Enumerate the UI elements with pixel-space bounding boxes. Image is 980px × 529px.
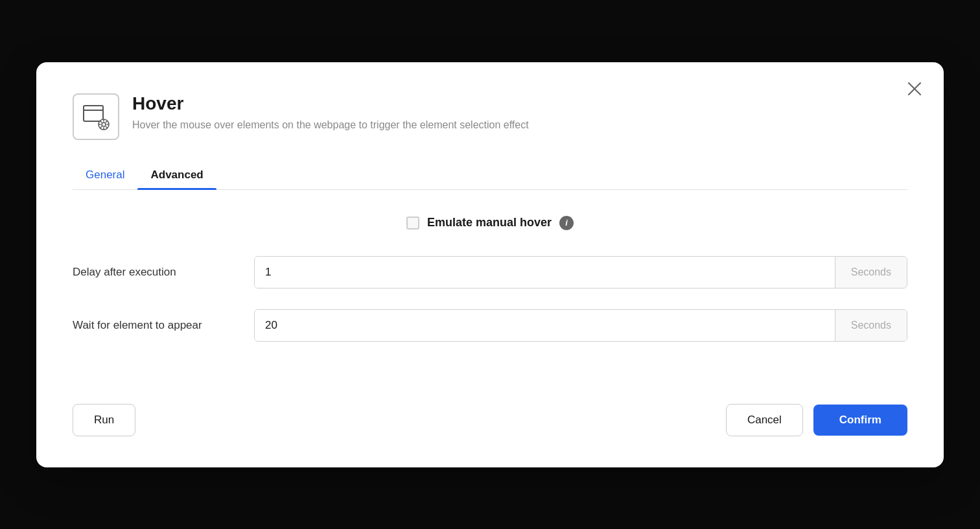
svg-line-10 [100, 121, 101, 122]
emulate-hover-checkbox[interactable] [406, 217, 419, 229]
delay-input[interactable] [255, 257, 835, 288]
cancel-button[interactable]: Cancel [726, 404, 803, 436]
delay-input-group: Seconds [254, 256, 907, 288]
svg-rect-2 [84, 106, 103, 121]
dialog-title: Hover [132, 93, 907, 114]
svg-line-13 [100, 126, 101, 127]
close-button[interactable] [904, 78, 926, 100]
tab-general[interactable]: General [73, 161, 137, 189]
confirm-button[interactable]: Confirm [813, 405, 907, 436]
tab-advanced[interactable]: Advanced [137, 161, 216, 189]
dialog-footer: Run Cancel Confirm [73, 394, 907, 436]
run-button[interactable]: Run [73, 404, 135, 436]
footer-right: Cancel Confirm [726, 404, 907, 436]
wait-input[interactable] [255, 310, 835, 341]
delay-row: Delay after execution Seconds [73, 256, 907, 288]
delay-unit: Seconds [835, 257, 907, 288]
emulate-hover-checkbox-wrapper: Emulate manual hover [406, 216, 552, 229]
wait-input-group: Seconds [254, 309, 907, 342]
emulate-hover-row: Emulate manual hover i [73, 216, 907, 230]
wait-unit: Seconds [835, 310, 907, 341]
dialog-overlay: Hover Hover the mouse over elements on t… [0, 0, 980, 529]
delay-label: Delay after execution [73, 266, 254, 279]
advanced-content: Emulate manual hover i Delay after execu… [73, 216, 907, 383]
info-icon[interactable]: i [559, 216, 574, 230]
dialog-header: Hover Hover the mouse over elements on t… [73, 93, 907, 140]
wait-row: Wait for element to appear Seconds [73, 309, 907, 342]
svg-line-11 [106, 126, 107, 127]
dialog: Hover Hover the mouse over elements on t… [36, 62, 944, 467]
dialog-subtitle: Hover the mouse over elements on the web… [132, 118, 907, 132]
title-area: Hover Hover the mouse over elements on t… [132, 93, 907, 132]
wait-label: Wait for element to appear [73, 319, 254, 332]
hover-icon [73, 93, 119, 140]
tabs: General Advanced [73, 161, 907, 190]
emulate-hover-label: Emulate manual hover [427, 216, 552, 229]
svg-line-12 [106, 121, 107, 122]
